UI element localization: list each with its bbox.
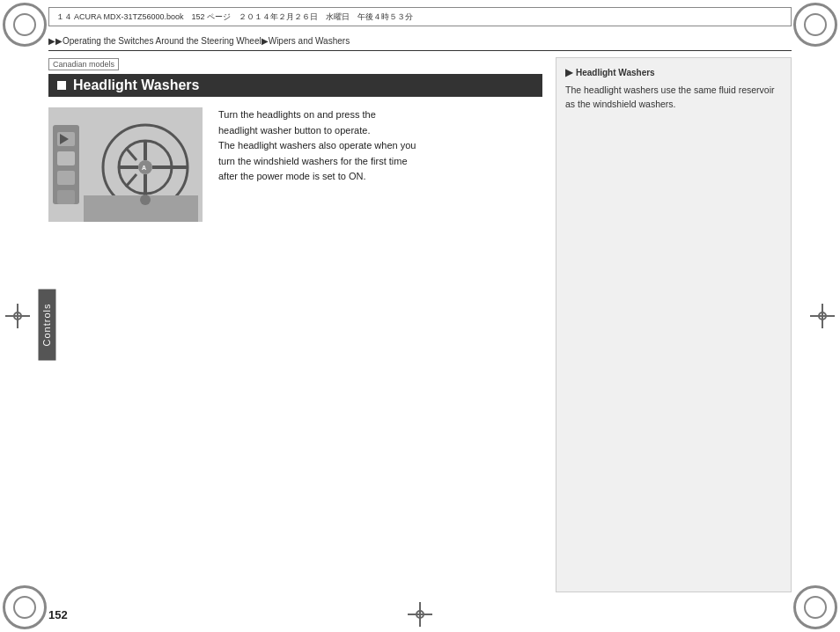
breadcrumb: ▶▶Operating the Switches Around the Stee… [48, 33, 792, 51]
right-section: ▶ Headlight Washers The headlight washer… [556, 57, 792, 592]
body-line-5: after the power mode is set to ON. [218, 169, 416, 185]
top-right-circle [793, 3, 837, 47]
sidebar-title: ▶ Headlight Washers [565, 67, 782, 78]
body-line-2: headlight washer button to operate. [218, 123, 416, 139]
canadian-tag: Canadian models [48, 58, 119, 70]
controls-tab: Controls [38, 290, 55, 361]
bottom-right-circle [793, 585, 837, 629]
crosshair-right [810, 304, 835, 328]
body-line-4: turn the windshield washers for the firs… [218, 154, 416, 170]
svg-point-17 [140, 195, 151, 205]
body-line-3: The headlight washers also operate when … [218, 138, 416, 154]
svg-rect-5 [57, 171, 75, 185]
breadcrumb-text: ▶▶Operating the Switches Around the Stee… [48, 36, 350, 46]
body-text: Turn the headlights on and press the hea… [218, 107, 416, 185]
crosshair-left [5, 304, 30, 328]
sidebar-icon: ▶ [565, 67, 572, 78]
title-square-icon [57, 81, 66, 90]
file-info-text: １４ ACURA MDX-31TZ56000.book 152 ページ ２０１４… [56, 11, 413, 23]
main-content: Controls Canadian models Headlight Washe… [48, 57, 792, 592]
bottom-left-circle [3, 585, 47, 629]
svg-rect-3 [57, 151, 75, 165]
canadian-tag-text: Canadian models [53, 60, 114, 69]
controls-label: Controls [41, 304, 52, 347]
sidebar-title-text: Headlight Washers [576, 68, 655, 77]
file-info-bar: １４ ACURA MDX-31TZ56000.book 152 ページ ２０１４… [48, 7, 792, 26]
page-number: 152 [48, 608, 68, 621]
section-title-bar: Headlight Washers [48, 74, 542, 97]
svg-text:A: A [142, 165, 146, 171]
left-section: Controls Canadian models Headlight Washe… [48, 57, 556, 592]
sidebar-body-text: The headlight washers use the same fluid… [565, 84, 782, 112]
body-line-1: Turn the headlights on and press the [218, 107, 416, 123]
top-left-circle [3, 3, 47, 47]
section-title-text: Headlight Washers [73, 77, 199, 93]
crosshair-bottom [408, 602, 432, 627]
content-row: A Turn the headlights on and press the h… [48, 107, 542, 229]
car-image: A [48, 107, 203, 222]
svg-rect-6 [57, 190, 75, 204]
